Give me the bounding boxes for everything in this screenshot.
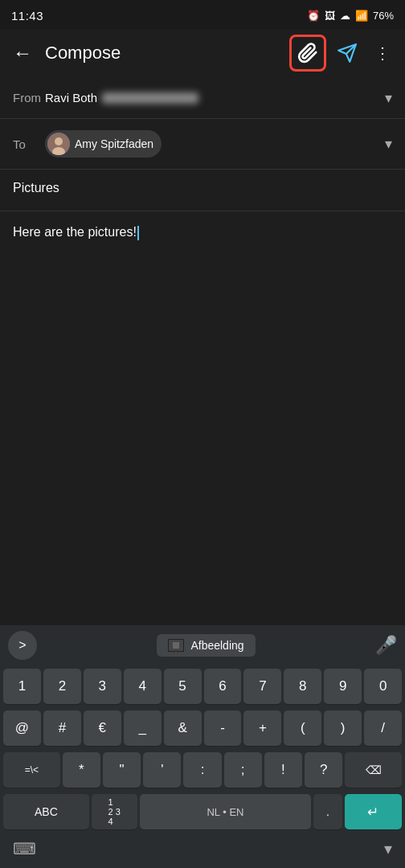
key-space[interactable]: NL • EN xyxy=(140,794,312,829)
sender-email xyxy=(102,92,198,104)
paperclip-icon xyxy=(297,43,318,63)
email-body[interactable]: Here are the pictures! xyxy=(0,211,405,625)
to-row: To Amy Spitzfaden ▾ xyxy=(0,119,405,170)
keyboard-container: > Afbeelding 🎤 1 2 3 4 5 6 7 8 9 0 xyxy=(0,625,405,868)
key-1[interactable]: 1 xyxy=(3,669,41,704)
key-equals-special[interactable]: =\< xyxy=(3,752,60,788)
key-minus[interactable]: - xyxy=(204,710,242,746)
attach-button[interactable] xyxy=(289,35,326,72)
key-7[interactable]: 7 xyxy=(243,669,281,704)
key-backspace[interactable]: ⌫ xyxy=(345,752,402,788)
key-colon[interactable]: : xyxy=(183,752,221,788)
cloud-icon: ☁ xyxy=(340,10,350,22)
key-4[interactable]: 4 xyxy=(124,669,162,704)
key-8[interactable]: 8 xyxy=(284,669,321,704)
bottom-bar: ⌨ ▾ xyxy=(0,833,405,868)
key-enter[interactable]: ↵ xyxy=(345,794,402,829)
text-cursor xyxy=(137,226,139,240)
avatar-image xyxy=(47,133,70,155)
toolbar-expand-button[interactable]: > xyxy=(8,631,37,660)
suggestion-text: Afbeelding xyxy=(190,639,243,652)
subject-text: Pictures xyxy=(13,181,59,194)
key-2[interactable]: 2 xyxy=(43,669,81,704)
key-semicolon[interactable]: ; xyxy=(224,752,262,788)
recipient-name: Amy Spitzfaden xyxy=(75,137,153,150)
key-ampersand[interactable]: & xyxy=(164,710,202,746)
more-button[interactable]: ⋮ xyxy=(368,39,397,68)
key-exclamation[interactable]: ! xyxy=(264,752,302,788)
keyboard-toolbar: > Afbeelding 🎤 xyxy=(0,625,405,665)
key-paren-open[interactable]: ( xyxy=(284,710,321,746)
from-row: From Ravi Both ▾ xyxy=(0,77,405,119)
key-abc[interactable]: ABC xyxy=(3,794,89,829)
send-icon xyxy=(337,43,358,63)
key-numpad[interactable]: 12 34 xyxy=(92,794,137,829)
key-at[interactable]: @ xyxy=(3,710,41,746)
key-6[interactable]: 6 xyxy=(204,669,242,704)
key-doublequote[interactable]: " xyxy=(103,752,141,788)
alarm-icon: ⏰ xyxy=(307,10,320,22)
battery-text: 76% xyxy=(373,10,394,22)
keyboard-icon[interactable]: ⌨ xyxy=(13,839,36,858)
signal-icon: 📶 xyxy=(355,10,368,22)
back-button[interactable]: ← xyxy=(8,37,37,69)
keyboard-hide-button[interactable]: ▾ xyxy=(384,839,392,858)
app-bar-actions: ⋮ xyxy=(289,35,397,72)
email-fields: From Ravi Both ▾ To Amy Spitzfaden ▾ xyxy=(0,77,405,170)
recipient-chip[interactable]: Amy Spitzfaden xyxy=(45,130,162,158)
key-3[interactable]: 3 xyxy=(84,669,121,704)
key-hash[interactable]: # xyxy=(43,710,81,746)
key-5[interactable]: 5 xyxy=(164,669,202,704)
key-9[interactable]: 9 xyxy=(324,669,362,704)
toolbar-suggestion[interactable]: Afbeelding xyxy=(157,634,255,657)
key-period[interactable]: . xyxy=(313,794,342,829)
to-chevron[interactable]: ▾ xyxy=(385,135,392,153)
page-title: Compose xyxy=(45,43,281,63)
symbol-row-1: @ # € _ & - + ( ) / xyxy=(0,707,405,749)
key-question[interactable]: ? xyxy=(305,752,342,788)
gallery-icon: 🖼 xyxy=(325,10,335,22)
key-plus[interactable]: + xyxy=(243,710,281,746)
from-chevron[interactable]: ▾ xyxy=(385,89,392,107)
app-bar: ← Compose ⋮ xyxy=(0,29,405,77)
to-label: To xyxy=(13,137,45,151)
key-0[interactable]: 0 xyxy=(364,669,402,704)
mic-button[interactable]: 🎤 xyxy=(375,635,397,656)
key-asterisk[interactable]: * xyxy=(63,752,100,788)
number-row: 1 2 3 4 5 6 7 8 9 0 xyxy=(0,665,405,707)
status-time: 11:43 xyxy=(11,9,43,23)
body-text: Here are the pictures! xyxy=(13,225,137,239)
bottom-row: ABC 12 34 NL • EN . ↵ xyxy=(0,791,405,833)
send-button[interactable] xyxy=(331,37,363,69)
from-value: Ravi Both xyxy=(45,91,385,104)
key-euro[interactable]: € xyxy=(84,710,121,746)
from-label: From xyxy=(13,91,45,104)
status-icons: ⏰ 🖼 ☁ 📶 76% xyxy=(307,10,394,22)
to-value[interactable]: Amy Spitzfaden xyxy=(45,130,385,158)
svg-rect-7 xyxy=(173,642,179,649)
subject-row[interactable]: Pictures xyxy=(0,170,405,211)
symbol-row-2: =\< * " ' : ; ! ? ⌫ xyxy=(0,749,405,791)
suggestion-thumbnail xyxy=(168,639,184,652)
key-slash[interactable]: / xyxy=(364,710,402,746)
avatar xyxy=(47,133,70,155)
key-underscore[interactable]: _ xyxy=(124,710,162,746)
status-bar: 11:43 ⏰ 🖼 ☁ 📶 76% xyxy=(0,0,405,29)
key-paren-close[interactable]: ) xyxy=(324,710,362,746)
svg-point-3 xyxy=(55,137,63,145)
sender-name: Ravi Both xyxy=(45,91,97,104)
key-singlequote[interactable]: ' xyxy=(143,752,181,788)
